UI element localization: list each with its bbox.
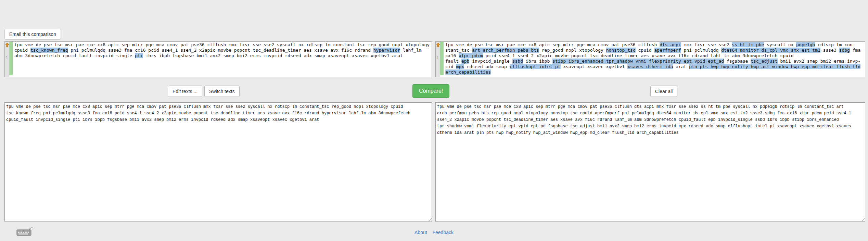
- footer-links: About Feedback: [0, 230, 868, 235]
- diff-highlight: pln pts hwp hwp_notify hwp_act_window hw…: [689, 64, 860, 69]
- diff-highlight: ss ht tm pbe: [732, 42, 764, 47]
- diff-highlight: dts acpi: [660, 42, 681, 47]
- diff-line: fault epb invpcid_single ssbd ibrs ibpb …: [445, 59, 864, 64]
- diff-line: cid mpx rdseed adx smap clflushopt intel…: [445, 64, 864, 69]
- diff-highlight: arch_capabilities: [445, 69, 491, 75]
- diff-highlight: clflushopt intel_pt: [510, 64, 561, 69]
- diff-text-right: fpu vme de pse tsc msr pae mce cx8 apic …: [445, 42, 864, 75]
- diff-line: stant_tsc art arch_perfmon pebs bts rep_…: [445, 48, 864, 53]
- diff-highlight: sdbg: [839, 48, 850, 53]
- arrow-up-icon[interactable]: [5, 42, 9, 47]
- switch-texts-button[interactable]: Switch texts: [204, 86, 240, 97]
- diff-highlight: stibp ibrs_enhanced tpr_shadow vnmi flex…: [552, 59, 724, 64]
- diff-line: cx16 xtpr pdcm pcid sse4_1 sse4_2 x2apic…: [445, 53, 864, 59]
- email-comparison-button[interactable]: Email this comparison: [4, 29, 61, 40]
- compare-button[interactable]: Compare!: [412, 84, 449, 98]
- diff-panel-right: 1 fpu vme de pse tsc msr pae mce cx8 api…: [435, 41, 865, 77]
- diff-highlight: mpx: [456, 64, 464, 69]
- text-compare-page: Email this comparison 1 fpu vme de pse t…: [0, 0, 868, 241]
- feedback-link[interactable]: Feedback: [433, 230, 454, 235]
- diff-line: cpuid tsc_known_freq pni pclmulqdq ssse3…: [14, 48, 431, 53]
- diff-line: arch_capabilities: [445, 69, 864, 75]
- diff-highlight: tsc_adjust: [751, 59, 777, 64]
- diff-highlight: xsaves dtherm ida: [627, 64, 673, 69]
- diff-line: fpu vme de pse tsc msr pae mce cx8 apic …: [14, 42, 431, 48]
- diff-highlight: nonstop_tsc: [606, 48, 636, 53]
- diff-line: abm 3dnowprefetch cpuid_fault invpcid_si…: [14, 53, 431, 59]
- diff-highlight: art arch_perfmon pebs bts: [472, 48, 539, 53]
- diff-line: fpu vme de pse tsc msr pae mce cx8 apic …: [445, 42, 864, 48]
- about-link[interactable]: About: [414, 230, 427, 235]
- diff-highlight: xtpr pdcm: [459, 53, 483, 58]
- diff-highlight: aperfmperf: [654, 48, 681, 53]
- diff-highlight: epb: [461, 59, 469, 64]
- left-text-input[interactable]: fpu vme de pse tsc msr pae mce cx8 apic …: [4, 102, 432, 221]
- diff-highlight: tsc_known_freq: [30, 48, 68, 53]
- diff-highlight: hypervisor: [373, 48, 400, 53]
- line-number: 1: [5, 56, 9, 60]
- diff-highlight: pdpe1gb: [796, 42, 815, 47]
- change-bar: [9, 42, 13, 75]
- edit-texts-button[interactable]: Edit texts ...: [168, 86, 202, 97]
- diff-highlight: ssbd: [512, 59, 523, 64]
- right-text-input[interactable]: fpu vme de pse tsc msr pae mce cx8 apic …: [435, 102, 865, 221]
- change-bar: [440, 42, 444, 75]
- clear-all-button[interactable]: Clear all: [650, 86, 677, 97]
- line-number: 1: [436, 56, 440, 60]
- arrow-up-icon[interactable]: [436, 42, 440, 47]
- diff-text-left: fpu vme de pse tsc msr pae mce cx8 apic …: [14, 42, 431, 59]
- diff-highlight: dtes64 monitor ds_cpl vmx smx est tm2: [721, 48, 820, 53]
- diff-panel-left: 1 fpu vme de pse tsc msr pae mce cx8 api…: [4, 41, 432, 77]
- diff-highlight: pti: [135, 53, 143, 58]
